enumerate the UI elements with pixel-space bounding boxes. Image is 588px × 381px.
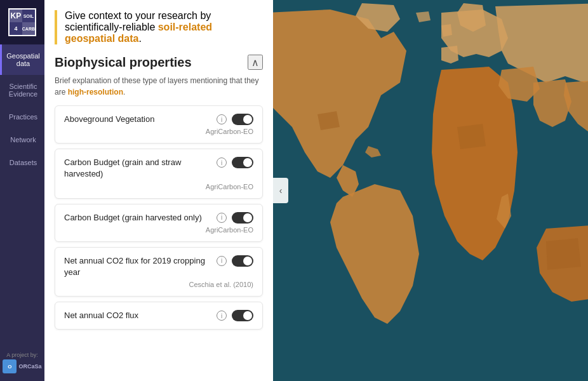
left-nav: KP SOIL 4 CARB Geospatial data Scientifi… [0, 0, 44, 381]
world-map [273, 0, 588, 381]
logo-cell-kp: KP [10, 10, 22, 22]
sidebar-item-datasets[interactable]: Datasets [0, 151, 44, 174]
layer-toggle[interactable] [232, 114, 253, 125]
layer-toggle[interactable] [232, 310, 253, 321]
toggle-knob [243, 158, 252, 167]
toggle-knob [243, 115, 252, 124]
layer-card-carbon-budget-grain-straw: Carbon Budget (grain and straw harvested… [55, 149, 263, 198]
info-icon[interactable]: i [217, 311, 227, 321]
intro-block: Give context to your research by scienti… [55, 10, 263, 44]
sidebar-item-scientific-evidence[interactable]: Scientific Evidence [0, 75, 44, 105]
info-icon[interactable]: i [217, 114, 227, 124]
info-icon[interactable]: i [217, 157, 227, 168]
section-title: Biophysical properties [55, 55, 192, 70]
layer-card-net-co2-flux: Net annual CO2 flux i [55, 302, 263, 330]
logo: KP SOIL 4 CARB [8, 8, 36, 36]
layer-name: Aboveground Vegetation [64, 114, 213, 125]
sidebar-item-geospatial-data[interactable]: Geospatial data [0, 44, 44, 75]
sidebar-item-label: Practices [9, 113, 37, 121]
logo-cell-4: 4 [10, 22, 22, 35]
layer-source: AgriCarbon-EO [64, 183, 253, 190]
layer-card-carbon-budget-grain-only: Carbon Budget (grain harvested only) i A… [55, 204, 263, 242]
orcasa-logo: O ORCaSa [3, 359, 41, 381]
map-container[interactable]: ‹ [273, 0, 588, 381]
sidebar-item-label: Geospatial data [6, 52, 41, 67]
map-back-button[interactable]: ‹ [273, 178, 288, 203]
logo-box: KP SOIL 4 CARB [0, 0, 44, 44]
layer-toggle[interactable] [232, 255, 253, 267]
layer-card-aboveground-vegetation: Aboveground Vegetation i AgriCarbon-EO [55, 105, 263, 144]
layer-card-net-co2-2019: Net annual CO2 flux for 2019 cropping ye… [55, 247, 263, 297]
side-panel: Give context to your research by scienti… [44, 0, 273, 381]
info-icon[interactable]: i [217, 213, 227, 223]
intro-text: Give context to your research by scienti… [65, 10, 263, 44]
layer-toggle[interactable] [232, 157, 253, 168]
orcasa-icon: O [3, 359, 17, 373]
orcasa-text: ORCaSa [18, 363, 41, 370]
layers-list: Aboveground Vegetation i AgriCarbon-EO C… [44, 105, 273, 381]
logo-cell-carbon: CARB [22, 22, 35, 35]
layer-name: Carbon Budget (grain and straw harvested… [64, 157, 213, 180]
section-header: Biophysical properties ∧ [44, 44, 273, 75]
layer-source: AgriCarbon-EO [64, 128, 253, 135]
sidebar-item-label: Datasets [10, 159, 37, 166]
info-icon[interactable]: i [217, 256, 227, 266]
layer-name: Net annual CO2 flux [64, 310, 213, 321]
collapse-button[interactable]: ∧ [248, 55, 263, 70]
toggle-knob [243, 311, 252, 320]
toggle-knob [243, 213, 252, 222]
layer-source: AgriCarbon-EO [64, 226, 253, 234]
layer-name: Carbon Budget (grain harvested only) [64, 212, 213, 224]
layer-source: Ceschia et al. (2010) [64, 281, 253, 288]
logo-cell-soil: SOIL [22, 10, 35, 22]
layer-toggle[interactable] [232, 212, 253, 224]
sidebar-item-label: Scientific Evidence [6, 83, 41, 98]
sidebar-item-practices[interactable]: Practices [0, 105, 44, 128]
sidebar-item-label: Network [10, 136, 36, 144]
section-description: Brief explanation of these type of layer… [44, 75, 273, 105]
sidebar-item-network[interactable]: Network [0, 128, 44, 151]
project-label: A project by: [6, 349, 38, 359]
layer-name: Net annual CO2 flux for 2019 cropping ye… [64, 255, 213, 278]
toggle-knob [243, 257, 252, 265]
back-chevron-icon: ‹ [279, 185, 283, 196]
